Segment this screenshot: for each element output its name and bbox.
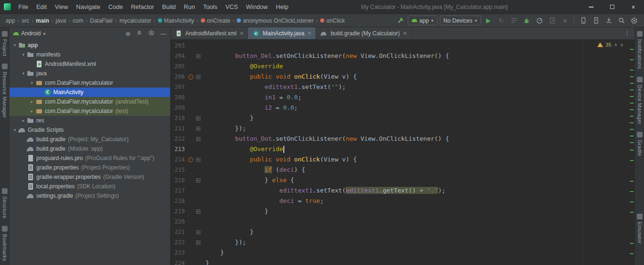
- tree-collapsed-arrow-icon[interactable]: ▸: [29, 109, 34, 113]
- close-icon[interactable]: ×: [240, 30, 244, 37]
- tree-expanded-arrow-icon[interactable]: ▾: [29, 80, 34, 85]
- fold-marker-icon[interactable]: −: [196, 178, 200, 183]
- fold-marker-icon[interactable]: −: [196, 241, 200, 245]
- tool-window-button-bookmarks[interactable]: Bookmarks: [2, 226, 8, 261]
- breadcrumb-item-anonymous-onclicklistener[interactable]: anonymous OnClickListener: [236, 17, 314, 24]
- build-hammer-icon[interactable]: [395, 16, 405, 26]
- menu-tools[interactable]: Tools: [199, 1, 221, 12]
- tree-item-build-gradle-project-my-calculator-[interactable]: build.gradle(Project: My_Calculator): [9, 135, 170, 144]
- navigation-bar: app›src›main›java›com›DataFlair›mycalcul…: [0, 14, 644, 27]
- menu-code[interactable]: Code: [105, 1, 127, 12]
- close-icon[interactable]: ×: [403, 30, 407, 37]
- overriding-method-icon[interactable]: ↑: [188, 157, 193, 162]
- tree-item-androidmanifest-xml[interactable]: AndroidManifest.xml: [9, 59, 170, 69]
- next-problem-icon[interactable]: ∨: [620, 42, 623, 47]
- fold-marker-icon[interactable]: −: [196, 75, 200, 79]
- profiler-button[interactable]: [534, 16, 545, 26]
- tree-item-gradle-scripts[interactable]: ▾Gradle Scripts: [9, 125, 170, 135]
- fold-marker-icon[interactable]: −: [196, 116, 200, 120]
- close-icon[interactable]: ×: [308, 30, 312, 37]
- fold-marker-icon[interactable]: −: [196, 209, 200, 214]
- tool-window-button-device-manager[interactable]: Device Manager: [637, 77, 643, 124]
- breadcrumb-item-app[interactable]: app: [5, 17, 16, 24]
- tree-item-gradle-wrapper-properties-gradle-version-[interactable]: gradle-wrapper.properties(Gradle Version…: [9, 172, 170, 182]
- breadcrumb-item-main[interactable]: main: [35, 17, 50, 24]
- tree-expanded-arrow-icon[interactable]: ▾: [12, 128, 17, 132]
- breadcrumb-item-src[interactable]: src: [21, 17, 30, 24]
- fold-marker-icon[interactable]: −: [196, 127, 200, 131]
- tool-window-button-project[interactable]: Project: [2, 31, 8, 56]
- tree-item-java[interactable]: ▾java: [9, 69, 170, 78]
- device-manager-button[interactable]: [578, 16, 588, 26]
- previous-problem-icon[interactable]: ∧: [614, 42, 618, 47]
- minimize-button[interactable]: [580, 0, 602, 14]
- tree-item-local-properties-sdk-location-[interactable]: local.properties(SDK Location): [9, 182, 170, 191]
- sdk-manager-button[interactable]: [603, 16, 614, 26]
- tree-item-com-dataflair-mycalculator-androidtest-[interactable]: ▸com.DataFlair.mycalculator(androidTest): [9, 97, 170, 106]
- breadcrumb-item-dataflair[interactable]: DataFlair: [89, 17, 114, 24]
- breadcrumb-item-com[interactable]: com: [72, 17, 84, 24]
- debug-button[interactable]: [521, 16, 532, 26]
- inspections-widget[interactable]: 35 ∧ ∨: [597, 42, 623, 48]
- tab-build-gradle-my-calculator-[interactable]: build.gradle (My Calculator)×: [316, 27, 411, 39]
- fold-marker-icon[interactable]: −: [196, 158, 200, 162]
- menu-file[interactable]: File: [15, 1, 32, 12]
- fold-marker-icon[interactable]: −: [196, 137, 200, 141]
- locate-file-icon[interactable]: ⊕: [125, 30, 131, 37]
- tool-window-button-structure[interactable]: Structure: [2, 188, 8, 218]
- menu-run[interactable]: Run: [180, 1, 199, 12]
- collapse-all-icon[interactable]: [136, 30, 142, 37]
- tool-window-button-gradle[interactable]: Gradle: [637, 132, 643, 156]
- overriding-method-icon[interactable]: ↑: [188, 74, 193, 80]
- tree-expanded-arrow-icon[interactable]: ▾: [21, 52, 26, 57]
- tree-item-gradle-properties-project-properties-[interactable]: gradle.properties(Project Properties): [9, 163, 170, 172]
- menu-window[interactable]: Window: [242, 1, 272, 12]
- menu-help[interactable]: Help: [272, 1, 292, 12]
- tool-window-button-emulator[interactable]: Emulator: [637, 214, 643, 243]
- breadcrumb-item-mycalculator[interactable]: mycalculator: [118, 17, 152, 24]
- fold-marker-icon[interactable]: −: [196, 54, 200, 58]
- tree-collapsed-arrow-icon[interactable]: ▸: [21, 118, 26, 123]
- menu-navigate[interactable]: Navigate: [72, 1, 104, 12]
- project-view-selector[interactable]: Android ▾: [13, 30, 45, 37]
- tree-item-build-gradle-module-app-[interactable]: build.gradle(Module :app): [9, 144, 170, 153]
- tree-item-app[interactable]: ▾app: [9, 40, 170, 50]
- tab-androidmanifest-xml[interactable]: AndroidManifest.xml×: [171, 27, 248, 39]
- tree-item-settings-gradle-project-settings-[interactable]: settings.gradle(Project Settings): [9, 191, 170, 201]
- settings-gear-icon[interactable]: [148, 30, 155, 38]
- tree-expanded-arrow-icon[interactable]: ▾: [21, 71, 26, 76]
- tree-item-com-dataflair-mycalculator[interactable]: ▾com.DataFlair.mycalculator: [9, 78, 170, 88]
- device-selector[interactable]: No Devices ▾: [440, 16, 481, 25]
- run-configuration-select[interactable]: app ▾: [408, 16, 438, 25]
- menu-refactor[interactable]: Refactor: [127, 1, 158, 12]
- breadcrumb-item-mainactivity[interactable]: MainActivity: [157, 17, 195, 24]
- tree-collapsed-arrow-icon[interactable]: ▸: [29, 99, 34, 104]
- tree-item-proguard-rules-pro-proguard-rules-for-app-[interactable]: proguard-rules.pro(ProGuard Rules for ":…: [9, 153, 170, 163]
- fold-marker-icon[interactable]: −: [196, 230, 200, 234]
- device-file-explorer-button[interactable]: [591, 16, 601, 26]
- tree-item-res[interactable]: ▸res: [9, 116, 170, 125]
- menu-edit[interactable]: Edit: [33, 1, 50, 12]
- menu-build[interactable]: Build: [158, 1, 180, 12]
- tree-item-mainactivity[interactable]: MainActivity: [9, 88, 170, 97]
- tree-expanded-arrow-icon[interactable]: ▾: [12, 43, 17, 48]
- breadcrumb-item-java[interactable]: java: [55, 17, 67, 24]
- breadcrumb-separator: ›: [232, 17, 234, 24]
- breadcrumb-item-onclick[interactable]: onClick: [319, 17, 346, 24]
- tool-window-button-notifications[interactable]: Notifications: [637, 31, 643, 69]
- tool-window-button-resource-manager[interactable]: Resource Manager: [2, 64, 8, 118]
- breadcrumb-item-oncreate[interactable]: onCreate: [200, 17, 231, 24]
- tree-item-com-dataflair-mycalculator-test-[interactable]: ▸com.DataFlair.mycalculator(test): [9, 106, 170, 116]
- tab-mainactivity-java[interactable]: MainActivity.java×: [248, 27, 316, 39]
- menu-view[interactable]: View: [51, 1, 72, 12]
- search-everywhere-icon[interactable]: [616, 16, 627, 26]
- hide-panel-icon[interactable]: —: [160, 30, 166, 37]
- editor[interactable]: 203204− button_Del.setOnClickListener(ne…: [171, 40, 635, 265]
- settings-gear-icon[interactable]: [629, 16, 639, 26]
- maximize-button[interactable]: [602, 0, 623, 14]
- tree-item-manifests[interactable]: ▾manifests: [9, 50, 170, 59]
- run-button[interactable]: ▶: [483, 16, 494, 26]
- close-button[interactable]: ×: [623, 0, 644, 14]
- tab-options-icon[interactable]: ⋮: [620, 30, 635, 37]
- menu-vcs[interactable]: VCS: [222, 1, 242, 12]
